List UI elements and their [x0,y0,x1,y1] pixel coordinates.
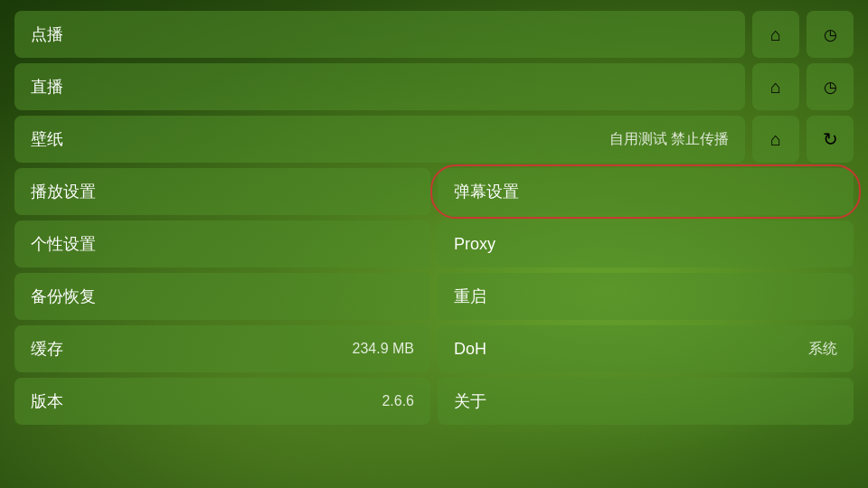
live-home-button[interactable]: ⌂ [752,63,799,110]
row-vod: 点播 ⌂ ◷ [14,11,854,58]
row-version-about: 版本 2.6.6 关于 [14,378,854,425]
wallpaper-label: 壁纸 [31,128,599,150]
home-icon: ⌂ [770,129,781,150]
cache-value: 234.9 MB [342,341,414,357]
cache-label: 缓存 [31,338,342,360]
version-label: 版本 [31,390,371,412]
doh-value: 系统 [797,340,837,359]
row-personal-proxy: 个性设置 Proxy [14,221,854,267]
danmaku-cell[interactable]: 弹幕设置 [438,168,854,215]
vod-cell[interactable]: 点播 [14,11,745,58]
backup-cell[interactable]: 备份恢复 [14,273,430,320]
row-cache-doh: 缓存 234.9 MB DoH 系统 [14,325,854,372]
wallpaper-home-button[interactable]: ⌂ [752,116,799,163]
backup-label: 备份恢复 [31,286,414,307]
doh-label: DoH [454,340,797,359]
settings-container: 点播 ⌂ ◷ 直播 ⌂ ◷ 壁纸 自用测试 禁止传播 ⌂ ↻ [0,0,868,436]
home-icon: ⌂ [770,77,781,98]
playback-cell[interactable]: 播放设置 [14,168,430,215]
proxy-label: Proxy [454,235,837,254]
wallpaper-refresh-button[interactable]: ↻ [807,116,854,163]
row-wallpaper: 壁纸 自用测试 禁止传播 ⌂ ↻ [14,116,854,163]
vod-label: 点播 [31,23,729,45]
doh-cell[interactable]: DoH 系统 [438,325,854,372]
history-icon: ◷ [824,25,837,44]
refresh-icon: ↻ [823,128,838,150]
proxy-cell[interactable]: Proxy [438,221,854,267]
version-cell[interactable]: 版本 2.6.6 [14,378,430,425]
live-label: 直播 [31,76,729,98]
vod-history-button[interactable]: ◷ [807,11,854,58]
wallpaper-cell[interactable]: 壁纸 自用测试 禁止传播 [14,116,745,163]
live-history-button[interactable]: ◷ [807,63,854,110]
about-label: 关于 [454,390,837,412]
row-live: 直播 ⌂ ◷ [14,63,854,110]
cache-cell[interactable]: 缓存 234.9 MB [14,325,430,372]
personal-label: 个性设置 [31,233,414,255]
row-playback-danmaku: 播放设置 弹幕设置 [14,168,854,215]
vod-home-button[interactable]: ⌂ [752,11,799,58]
wallpaper-value: 自用测试 禁止传播 [599,130,729,149]
row-backup-restart: 备份恢复 重启 [14,273,854,320]
personal-cell[interactable]: 个性设置 [14,221,430,267]
restart-label: 重启 [454,286,837,307]
about-cell[interactable]: 关于 [438,378,854,425]
restart-cell[interactable]: 重启 [438,273,854,320]
history-icon: ◷ [824,78,837,97]
version-value: 2.6.6 [371,393,414,409]
danmaku-label: 弹幕设置 [454,181,837,202]
live-cell[interactable]: 直播 [14,63,745,110]
home-icon: ⌂ [770,24,781,45]
playback-label: 播放设置 [31,181,414,202]
